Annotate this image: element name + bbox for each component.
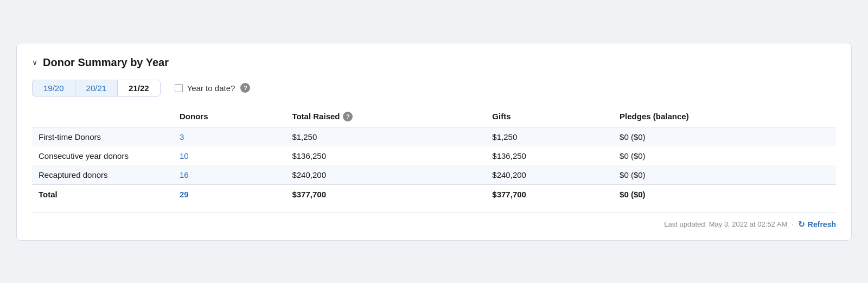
footer-dot: ·: [792, 220, 794, 228]
table-total-row: Total 29 $377,700 $377,700 $0 ($0): [32, 184, 836, 204]
row-gifts: $240,200: [486, 165, 613, 185]
row-donors: 3: [173, 127, 285, 146]
total-donors-link[interactable]: 29: [180, 190, 189, 199]
table-header-row: Donors Total Raised ? Gifts Pledges (bal…: [32, 106, 836, 127]
row-donors: 10: [173, 146, 285, 165]
total-raised-help-icon[interactable]: ?: [343, 112, 353, 121]
row-total-raised: $136,250: [285, 146, 486, 165]
donors-link[interactable]: 16: [180, 170, 189, 179]
row-donors: 16: [173, 165, 285, 185]
tab-20-21[interactable]: 20/21: [75, 80, 118, 97]
row-category: Recaptured donors: [32, 165, 173, 185]
row-pledges: $0 ($0): [613, 146, 836, 165]
col-header-pledges: Pledges (balance): [613, 106, 836, 127]
table-row: First-time Donors 3 $1,250 $1,250 $0 ($0…: [32, 127, 836, 146]
section-header: ∨ Donor Summary by Year: [32, 56, 836, 69]
donor-summary-card: ∨ Donor Summary by Year 19/20 20/21 21/2…: [16, 43, 852, 241]
tab-19-20[interactable]: 19/20: [32, 80, 75, 97]
table-row: Recaptured donors 16 $240,200 $240,200 $…: [32, 165, 836, 185]
ytd-label[interactable]: Year to date? ?: [175, 83, 251, 93]
row-total-raised: $1,250: [285, 127, 486, 146]
ytd-checkbox[interactable]: [175, 84, 183, 92]
row-category: Consecutive year donors: [32, 146, 173, 165]
refresh-icon: ↻: [798, 220, 805, 229]
donors-link[interactable]: 3: [180, 132, 184, 142]
section-title: Donor Summary by Year: [43, 56, 169, 69]
last-updated-text: Last updated: May 3, 2022 at 02:52 AM: [664, 220, 787, 228]
refresh-button[interactable]: ↻ Refresh: [798, 220, 836, 229]
table-row: Consecutive year donors 10 $136,250 $136…: [32, 146, 836, 165]
col-header-category: [32, 106, 173, 127]
total-pledges: $0 ($0): [613, 184, 836, 204]
ytd-help-icon[interactable]: ?: [240, 83, 250, 93]
row-category: First-time Donors: [32, 127, 173, 146]
col-header-donors: Donors: [173, 106, 285, 127]
total-label: Total: [32, 184, 173, 204]
total-donors: 29: [173, 184, 285, 204]
col-header-total-raised: Total Raised ?: [285, 106, 486, 127]
row-gifts: $136,250: [486, 146, 613, 165]
ytd-text: Year to date?: [187, 83, 235, 93]
footer: Last updated: May 3, 2022 at 02:52 AM · …: [32, 213, 836, 229]
total-raised: $377,700: [285, 184, 486, 204]
row-total-raised: $240,200: [285, 165, 486, 185]
row-gifts: $1,250: [486, 127, 613, 146]
year-tabs: 19/20 20/21 21/22: [32, 80, 161, 97]
summary-table: Donors Total Raised ? Gifts Pledges (bal…: [32, 106, 836, 204]
row-pledges: $0 ($0): [613, 165, 836, 185]
tab-21-22[interactable]: 21/22: [117, 80, 161, 97]
refresh-label: Refresh: [808, 220, 836, 229]
collapse-icon[interactable]: ∨: [32, 58, 37, 67]
col-header-gifts: Gifts: [486, 106, 613, 127]
controls-row: 19/20 20/21 21/22 Year to date? ?: [32, 80, 836, 97]
total-gifts: $377,700: [486, 184, 613, 204]
row-pledges: $0 ($0): [613, 127, 836, 146]
donors-link[interactable]: 10: [180, 151, 189, 160]
